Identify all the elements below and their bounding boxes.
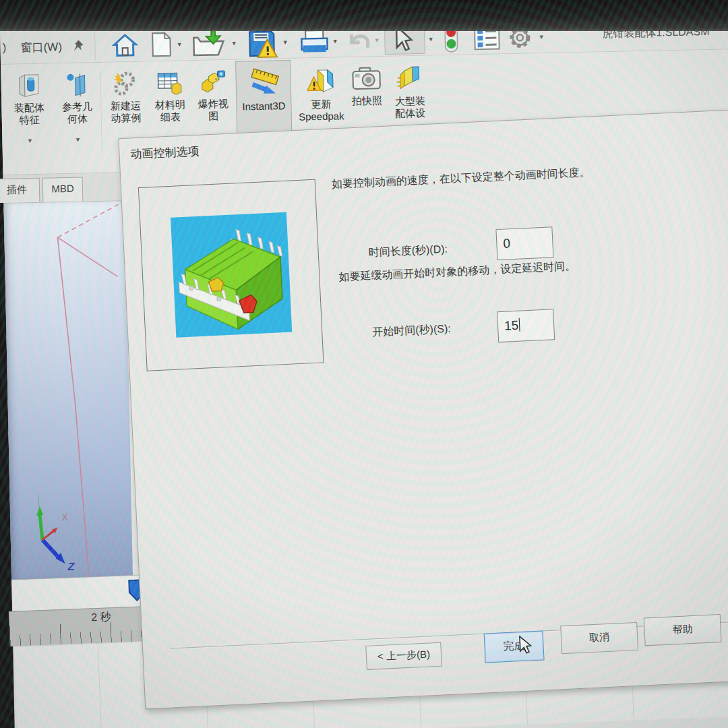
graphics-viewport[interactable]: X Z	[3, 201, 133, 580]
wizard-preview-image	[171, 212, 292, 338]
new-motion-study-icon	[112, 71, 138, 96]
duration-input[interactable]: 0	[495, 226, 553, 260]
undo-icon	[346, 30, 371, 51]
undo-dropdown-caret: ▾	[375, 36, 379, 44]
tab-addins[interactable]: 插件	[0, 178, 40, 203]
monitor-bezel	[0, 0, 728, 31]
snapshot-camera-icon	[351, 66, 382, 91]
duration-label: 时间长度(秒)(D):	[368, 243, 448, 261]
triad-x-label: X	[61, 511, 68, 522]
reference-geometry-icon	[64, 72, 89, 97]
tab-mbd[interactable]: MBD	[42, 177, 84, 202]
ribbon-reference-geometry[interactable]: 参考几 何体 ▾	[55, 67, 100, 169]
triad-z-label: Z	[68, 561, 75, 573]
menu-overflow-fragment: )	[2, 41, 6, 55]
back-button[interactable]: < 上一步(B)	[365, 642, 442, 670]
save-icon[interactable]	[247, 28, 280, 59]
instant3d-ruler-icon	[245, 66, 281, 96]
new-document-icon[interactable]	[150, 32, 173, 58]
open-dropdown-caret[interactable]: ▾	[232, 39, 236, 48]
mouse-cursor	[518, 635, 536, 656]
assembly-features-icon	[16, 73, 41, 98]
print-dropdown-caret[interactable]: ▾	[333, 37, 337, 46]
home-icon[interactable]	[111, 32, 139, 59]
help-button[interactable]: 帮助	[644, 614, 722, 646]
open-icon[interactable]	[191, 29, 226, 58]
pin-icon[interactable]	[70, 38, 85, 53]
select-dropdown-caret[interactable]: ▾	[429, 35, 433, 44]
monitor-photo: ) 窗口(W) ▾ ▾	[0, 0, 728, 728]
text-caret	[519, 318, 520, 332]
reference-geometry-caret[interactable]: ▾	[56, 135, 99, 144]
exploded-view-icon	[199, 69, 226, 94]
vise-model-thumbnail	[171, 212, 292, 338]
new-dropdown-caret[interactable]: ▾	[177, 40, 181, 49]
menu-window[interactable]: 窗口(W)	[20, 39, 62, 55]
bill-of-materials-icon	[156, 70, 183, 95]
print-icon[interactable]	[299, 29, 330, 57]
assembly-features-caret[interactable]: ▾	[5, 135, 55, 146]
duration-instruction-text: 如要控制动画的速度，在以下设定整个动画时间长度。	[332, 159, 728, 192]
solidworks-screen: ) 窗口(W) ▾ ▾	[0, 14, 728, 728]
cancel-button[interactable]: 取消	[560, 622, 638, 654]
start-time-label: 开始时间(秒)(S):	[372, 322, 451, 339]
start-time-input[interactable]: 15	[497, 309, 555, 342]
ribbon-assembly-features[interactable]: 装配体 特征 ▾	[3, 67, 55, 170]
animation-wizard-dialog: 动画控制选项	[118, 109, 728, 709]
large-assembly-icon	[396, 65, 423, 92]
save-dropdown-caret[interactable]: ▾	[283, 38, 287, 47]
update-speedpak-icon	[307, 67, 334, 95]
dialog-title: 动画控制选项	[130, 144, 200, 162]
ribbon-separator	[100, 71, 102, 152]
viewport-overlay	[3, 201, 133, 580]
settings-dropdown-caret[interactable]: ▾	[539, 32, 543, 41]
menu-divider	[94, 30, 96, 60]
